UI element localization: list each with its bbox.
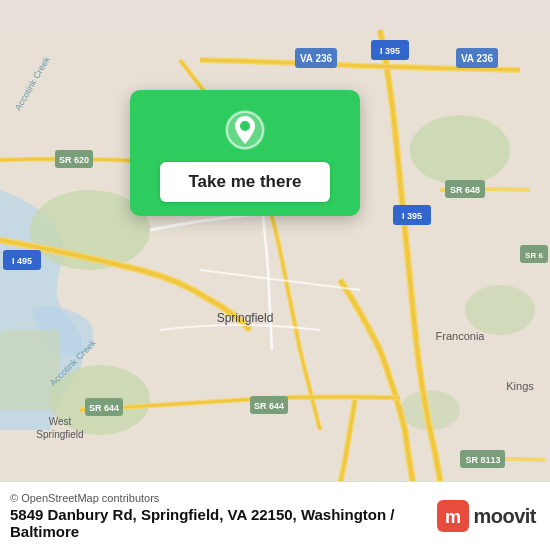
- svg-point-46: [240, 121, 250, 131]
- svg-text:SR 8113: SR 8113: [465, 455, 500, 465]
- moovit-brand-text: moovit: [473, 505, 536, 528]
- map-container: VA 236 VA 236 I 495 I 395 I 395 SR 620 S…: [0, 0, 550, 550]
- svg-text:I 395: I 395: [402, 211, 422, 221]
- moovit-logo: m moovit: [437, 500, 536, 532]
- moovit-logo-icon: m: [437, 500, 469, 532]
- svg-text:Kings: Kings: [506, 380, 534, 392]
- location-card: Take me there: [130, 90, 360, 216]
- bottom-left: © OpenStreetMap contributors 5849 Danbur…: [10, 492, 437, 540]
- svg-text:SR 6: SR 6: [525, 251, 543, 260]
- svg-text:Springfield: Springfield: [217, 311, 274, 325]
- svg-text:SR 648: SR 648: [450, 185, 480, 195]
- bottom-bar: © OpenStreetMap contributors 5849 Danbur…: [0, 481, 550, 550]
- copyright-text: © OpenStreetMap contributors: [10, 492, 437, 504]
- svg-text:SR 644: SR 644: [89, 403, 119, 413]
- svg-text:SR 620: SR 620: [59, 155, 89, 165]
- svg-rect-5: [0, 330, 60, 410]
- svg-point-2: [410, 115, 510, 185]
- svg-text:m: m: [445, 507, 461, 527]
- svg-text:Franconia: Franconia: [436, 330, 486, 342]
- take-me-there-button[interactable]: Take me there: [160, 162, 329, 202]
- svg-text:SR 644: SR 644: [254, 401, 284, 411]
- map-background: VA 236 VA 236 I 495 I 395 I 395 SR 620 S…: [0, 0, 550, 550]
- svg-text:West: West: [49, 416, 72, 427]
- svg-text:I 395: I 395: [380, 46, 400, 56]
- svg-point-3: [465, 285, 535, 335]
- address-text: 5849 Danbury Rd, Springfield, VA 22150, …: [10, 506, 437, 540]
- svg-text:Springfield: Springfield: [36, 429, 83, 440]
- svg-text:I 495: I 495: [12, 256, 32, 266]
- svg-text:VA 236: VA 236: [461, 53, 494, 64]
- location-pin-icon: [223, 108, 267, 152]
- svg-text:VA 236: VA 236: [300, 53, 333, 64]
